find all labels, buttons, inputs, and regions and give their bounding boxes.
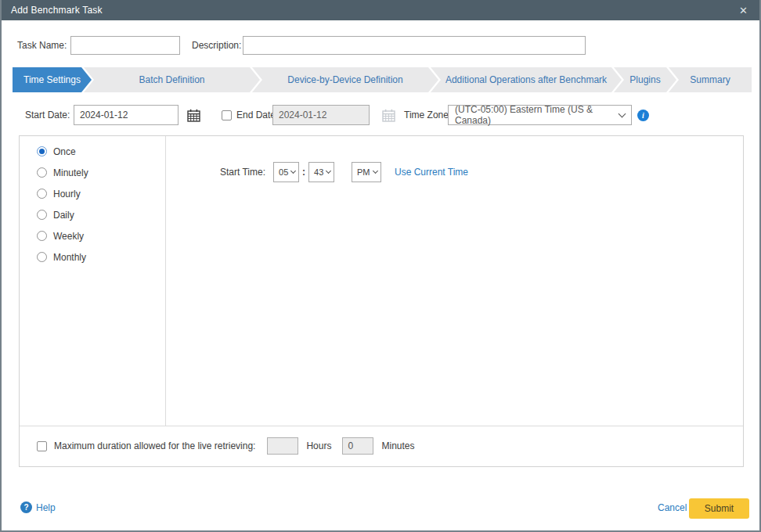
chevron-down-icon [326, 168, 331, 174]
radio-label: Monthly [53, 252, 86, 263]
description-input[interactable] [243, 36, 586, 55]
tab-batch-definition[interactable]: Batch Definition [84, 67, 260, 92]
chevron-down-icon [290, 168, 296, 174]
close-icon[interactable]: ✕ [737, 5, 750, 16]
minutes-label: Minutes [381, 440, 414, 451]
start-time-meridiem-select[interactable]: PM [352, 162, 381, 182]
panel-horizontal-divider [20, 426, 743, 426]
use-current-time-link[interactable]: Use Current Time [395, 167, 468, 178]
radio-icon [37, 189, 47, 199]
tab-label: Batch Definition [139, 74, 204, 85]
date-settings-row: Start Date: End Date: Time Zone [2, 104, 759, 126]
meridiem-value: PM [357, 167, 370, 177]
chevron-down-icon [373, 168, 378, 174]
radio-icon [37, 210, 47, 220]
timezone-info-icon[interactable]: i [637, 110, 649, 121]
radio-icon [37, 167, 47, 178]
max-duration-label: Maximum duration allowed for the live re… [54, 440, 255, 451]
time-separator: : [302, 167, 305, 178]
time-zone-select[interactable]: (UTC-05:00) Eastern Time (US & Canada) [448, 105, 632, 125]
radio-monthly[interactable]: Monthly [37, 246, 88, 268]
tab-label: Plugins [629, 74, 660, 85]
wizard-tab-bar: Time Settings Batch Definition Device-by… [13, 67, 752, 92]
max-duration-checkbox[interactable] [37, 441, 47, 451]
help-link[interactable]: ? Help [20, 501, 56, 513]
radio-daily[interactable]: Daily [37, 204, 88, 225]
submit-button[interactable]: Submit [689, 498, 749, 519]
task-name-input[interactable] [70, 36, 180, 55]
recurrence-options: Once Minutely Hourly Daily Weekly Monthl… [37, 141, 88, 268]
radio-once[interactable]: Once [37, 141, 88, 162]
tab-label: Additional Operations after Benchmark [445, 74, 607, 85]
start-time-hour-select[interactable]: 05 [273, 162, 299, 182]
radio-minutely[interactable]: Minutely [37, 162, 88, 183]
radio-icon [37, 252, 47, 262]
chevron-down-icon [619, 110, 626, 118]
cancel-button[interactable]: Cancel [658, 502, 687, 513]
schedule-panel: Once Minutely Hourly Daily Weekly Monthl… [19, 135, 744, 467]
radio-hourly[interactable]: Hourly [37, 183, 88, 204]
tab-plugins[interactable]: Plugins [614, 67, 676, 92]
time-zone-value: (UTC-05:00) Eastern Time (US & Canada) [455, 104, 614, 126]
hour-value: 05 [279, 167, 288, 177]
max-duration-row: Maximum duration allowed for the live re… [37, 436, 415, 456]
tab-time-settings[interactable]: Time Settings [13, 67, 92, 92]
radio-label: Hourly [53, 189, 81, 200]
tab-additional-operations[interactable]: Additional Operations after Benchmark [431, 67, 622, 92]
tab-label: Summary [690, 74, 730, 85]
start-date-input[interactable] [74, 105, 179, 125]
end-date-checkbox[interactable] [222, 110, 232, 120]
add-benchmark-task-dialog: Add Benchmark Task ✕ Task Name: Descript… [0, 0, 761, 532]
start-time-minute-select[interactable]: 43 [308, 162, 334, 182]
tab-summary[interactable]: Summary [669, 67, 752, 92]
task-name-label: Task Name: [17, 35, 66, 56]
start-time-row: Start Time: 05 : 43 PM Use Current Time [220, 162, 468, 182]
radio-label: Once [53, 146, 76, 157]
help-label: Help [36, 502, 56, 513]
start-date-label: Start Date: [25, 104, 70, 126]
minute-value: 43 [314, 167, 323, 177]
max-duration-hours-input[interactable] [267, 437, 298, 455]
time-zone-label: Time Zone: [404, 104, 451, 126]
tab-device-by-device-definition[interactable]: Device-by-Device Definition [252, 67, 438, 92]
tab-label: Time Settings [23, 74, 81, 85]
end-date-calendar-icon [382, 109, 395, 122]
hours-label: Hours [306, 440, 331, 451]
task-info-row: Task Name: Description: [2, 35, 759, 56]
start-time-label: Start Time: [220, 167, 265, 178]
radio-label: Weekly [53, 231, 84, 242]
tab-label: Device-by-Device Definition [287, 74, 402, 85]
max-duration-minutes-input[interactable] [342, 437, 373, 455]
description-label: Description: [192, 35, 241, 56]
radio-label: Daily [53, 210, 74, 221]
panel-vertical-divider [165, 136, 166, 426]
dialog-title: Add Benchmark Task [11, 5, 103, 16]
dialog-title-bar: Add Benchmark Task ✕ [0, 0, 761, 20]
help-icon: ? [20, 501, 32, 513]
end-date-input[interactable] [272, 105, 370, 125]
radio-label: Minutely [53, 167, 88, 178]
start-date-calendar-icon[interactable] [187, 109, 200, 122]
radio-icon [37, 231, 47, 241]
radio-weekly[interactable]: Weekly [37, 225, 88, 246]
radio-icon [37, 146, 47, 156]
